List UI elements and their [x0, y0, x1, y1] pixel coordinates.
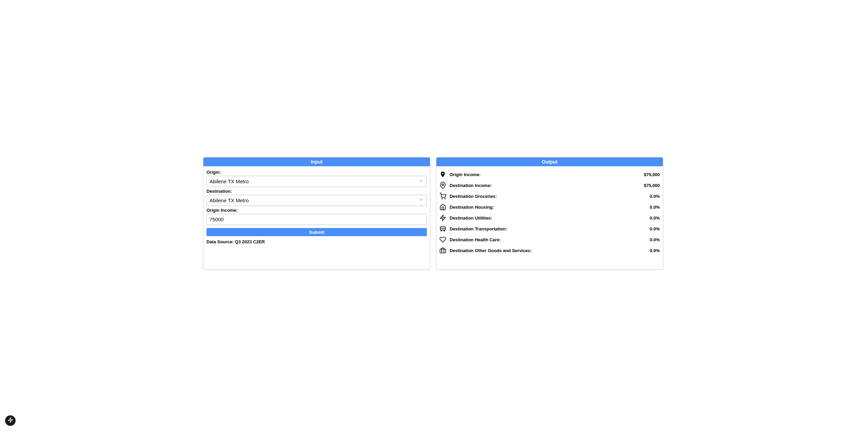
origin-select-wrap: Abilene TX Metro: [206, 176, 427, 187]
output-row-origin-income: Origin Income: $75,000: [439, 169, 660, 180]
svg-point-7: [444, 230, 445, 231]
output-row-utilities: Destination Utilities: 0.0%: [439, 212, 660, 223]
bus-icon: [439, 225, 446, 232]
origin-select-value: Abilene TX Metro: [210, 178, 249, 184]
svg-point-2: [445, 199, 446, 199]
data-source-text: Data Source: Q3 2023 C2ER: [206, 239, 427, 244]
lightning-icon: [8, 417, 13, 424]
row-value: $75,000: [644, 172, 660, 177]
income-label: Origin Income:: [206, 208, 427, 213]
row-value: 0.0%: [650, 237, 660, 242]
input-header: Input: [203, 157, 430, 166]
output-row-destination-income: Destination Income: $75,000: [439, 180, 660, 191]
submit-button[interactable]: Submit: [206, 228, 427, 236]
map-pin-filled-icon: [439, 171, 446, 178]
destination-select-wrap: Abilene TX Metro: [206, 195, 427, 206]
destination-select-value: Abilene TX Metro: [210, 197, 249, 203]
row-label: Destination Housing:: [450, 205, 650, 210]
row-label: Origin Income:: [450, 172, 644, 177]
svg-point-6: [441, 230, 442, 231]
output-body: Origin Income: $75,000 Destination Incom…: [436, 166, 663, 269]
row-label: Destination Utilities:: [450, 215, 650, 221]
map-pin-outline-icon: [439, 182, 446, 189]
row-value: 0.0%: [650, 215, 660, 221]
income-input[interactable]: [206, 214, 427, 225]
output-row-housing: Destination Housing: 0.0%: [439, 202, 660, 212]
output-card: Output Origin Income: $75,000 Destinatio…: [436, 157, 663, 270]
row-value: $75,000: [644, 183, 660, 188]
row-value: 0.0%: [650, 226, 660, 231]
destination-label: Destination:: [206, 189, 427, 194]
output-row-groceries: Destination Groceries: 0.0%: [439, 191, 660, 202]
output-row-healthcare: Destination Health Care: 0.0%: [439, 234, 660, 245]
svg-point-0: [442, 184, 444, 186]
row-label: Destination Income:: [450, 183, 644, 188]
row-label: Destination Transportation:: [450, 226, 650, 231]
row-label: Destination Groceries:: [450, 194, 650, 199]
svg-marker-3: [440, 215, 446, 221]
svg-marker-9: [8, 418, 13, 422]
row-value: 0.0%: [650, 205, 660, 210]
lightning-icon: [439, 214, 446, 221]
input-card: Input Origin: Abilene TX Metro Destinati…: [203, 157, 430, 270]
origin-select[interactable]: Abilene TX Metro: [206, 176, 427, 187]
output-header: Output: [436, 157, 663, 166]
row-label: Destination Health Care:: [450, 237, 650, 242]
row-value: 0.0%: [650, 248, 660, 253]
heart-icon: [439, 236, 446, 243]
input-body: Origin: Abilene TX Metro Destination: Ab…: [203, 166, 430, 258]
row-label: Destination Other Goods and Services:: [450, 248, 650, 253]
output-row-transportation: Destination Transportation: 0.0%: [439, 223, 660, 234]
briefcase-icon: [439, 247, 446, 254]
destination-select[interactable]: Abilene TX Metro: [206, 195, 427, 206]
svg-rect-8: [440, 249, 446, 253]
home-icon: [439, 204, 446, 210]
fab-button[interactable]: [5, 415, 16, 426]
main-container: Input Origin: Abilene TX Metro Destinati…: [203, 157, 663, 270]
row-value: 0.0%: [650, 194, 660, 199]
origin-label: Origin:: [206, 170, 427, 175]
output-row-other-goods: Destination Other Goods and Services: 0.…: [439, 245, 660, 256]
shopping-cart-icon: [439, 193, 446, 200]
svg-point-1: [442, 199, 442, 199]
